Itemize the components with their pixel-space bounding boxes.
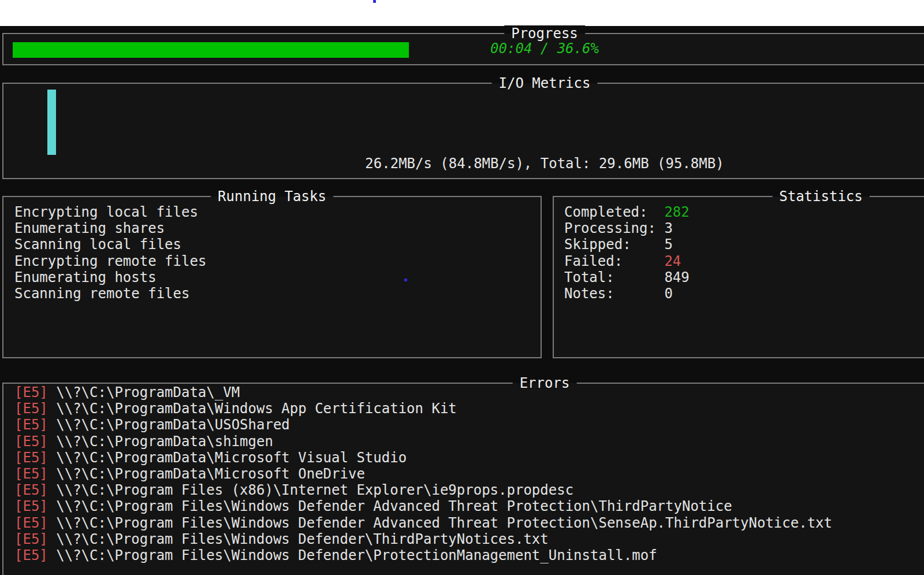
task-item: Scanning local files	[14, 236, 541, 253]
error-path: \\?\C:\ProgramData\Windows App Certifica…	[56, 400, 457, 417]
panel-io-metrics-title: I/O Metrics	[492, 75, 598, 91]
task-list: Encrypting local files Enumerating share…	[3, 197, 541, 302]
task-item: Enumerating hosts	[14, 269, 541, 285]
stat-row: Total:849	[564, 269, 924, 285]
panel-errors: Errors [E5]\\?\C:\ProgramData\_VM [E5]\\…	[2, 383, 924, 575]
panel-running-tasks: Running Tasks Encrypting local files Enu…	[2, 196, 542, 358]
panel-progress: Progress 00:04 / 36.6%	[2, 33, 924, 65]
error-code: [E5]	[14, 547, 48, 563]
panel-progress-title: Progress	[504, 25, 585, 42]
stat-row: Notes:0	[564, 285, 924, 302]
stat-value: 3	[664, 220, 672, 236]
error-line: [E5]\\?\C:\ProgramData\_VM	[14, 384, 924, 400]
panel-running-tasks-title: Running Tasks	[211, 188, 333, 205]
error-path: \\?\C:\Program Files\Windows Defender\Th…	[56, 531, 549, 547]
top-white-strip	[0, 0, 924, 26]
error-code: [E5]	[14, 433, 48, 450]
error-code: [E5]	[14, 466, 48, 482]
error-code: [E5]	[14, 482, 48, 498]
cursor-dot-top	[373, 0, 376, 3]
io-summary-text: 26.2MB/s (84.8MB/s), Total: 29.6MB (95.8…	[3, 155, 924, 172]
error-code: [E5]	[14, 417, 48, 433]
stat-row: Processing:3	[564, 220, 924, 236]
stat-label: Completed:	[564, 204, 664, 220]
stat-label: Notes:	[564, 285, 664, 302]
panel-statistics-title: Statistics	[772, 188, 870, 205]
error-line: [E5]\\?\C:\Program Files\Windows Defende…	[14, 498, 924, 514]
error-line: [E5]\\?\C:\ProgramData\Windows App Certi…	[14, 400, 924, 417]
error-path: \\?\C:\Program Files\Windows Defender Ad…	[56, 498, 732, 514]
error-line: [E5]\\?\C:\Program Files (x86)\Internet …	[14, 482, 924, 498]
error-code: [E5]	[14, 384, 48, 400]
stat-value: 0	[664, 285, 672, 302]
panel-io-metrics: I/O Metrics 26.2MB/s (84.8MB/s), Total: …	[2, 83, 924, 179]
task-item: Enumerating shares	[14, 220, 541, 236]
stat-value: 849	[664, 269, 689, 285]
panel-errors-title: Errors	[513, 375, 577, 391]
error-path: \\?\C:\ProgramData\shimgen	[56, 433, 273, 450]
stat-value: 5	[664, 236, 672, 253]
stat-label: Processing:	[564, 220, 664, 236]
error-code: [E5]	[14, 400, 48, 417]
terminal-window: Progress 00:04 / 36.6% I/O Metrics 26.2M…	[0, 26, 924, 575]
error-code: [E5]	[14, 531, 48, 547]
error-path: \\?\C:\Program Files (x86)\Internet Expl…	[56, 482, 573, 498]
error-list: [E5]\\?\C:\ProgramData\_VM [E5]\\?\C:\Pr…	[3, 384, 924, 563]
stat-row: Failed:24	[564, 253, 924, 269]
error-line: [E5]\\?\C:\Program Files\Windows Defende…	[14, 531, 924, 547]
task-item: Scanning remote files	[14, 285, 541, 302]
error-line: [E5]\\?\C:\ProgramData\Microsoft OneDriv…	[14, 466, 924, 482]
error-path: \\?\C:\ProgramData\USOShared	[56, 417, 290, 433]
error-path: \\?\C:\Program Files\Windows Defender\Pr…	[56, 547, 657, 563]
progress-status-text: 00:04 / 36.6%	[3, 40, 924, 57]
error-line: [E5]\\?\C:\Program Files\Windows Defende…	[14, 547, 924, 563]
stat-label: Failed:	[564, 253, 664, 269]
error-path: \\?\C:\Program Files\Windows Defender Ad…	[56, 515, 832, 531]
panel-statistics: Statistics Completed:282 Processing:3 Sk…	[553, 196, 924, 358]
error-path: \\?\C:\ProgramData\Microsoft OneDrive	[56, 466, 365, 482]
error-code: [E5]	[14, 515, 48, 531]
error-path: \\?\C:\ProgramData\_VM	[56, 384, 240, 400]
error-code: [E5]	[14, 450, 48, 466]
error-code: [E5]	[14, 498, 48, 514]
error-line: [E5]\\?\C:\Program Files\Windows Defende…	[14, 515, 924, 531]
stat-value: 282	[664, 204, 689, 220]
stat-value: 24	[664, 253, 681, 269]
stat-row: Completed:282	[564, 204, 924, 220]
error-path: \\?\C:\ProgramData\Microsoft Visual Stud…	[56, 450, 407, 466]
io-throughput-bar	[47, 90, 56, 155]
stat-label: Skipped:	[564, 236, 664, 253]
error-line: [E5]\\?\C:\ProgramData\shimgen	[14, 433, 924, 450]
task-item: Encrypting local files	[14, 204, 541, 220]
stat-row: Skipped:5	[564, 236, 924, 253]
error-line: [E5]\\?\C:\ProgramData\USOShared	[14, 417, 924, 433]
stat-label: Total:	[564, 269, 664, 285]
task-item: Encrypting remote files	[14, 253, 541, 269]
error-line: [E5]\\?\C:\ProgramData\Microsoft Visual …	[14, 450, 924, 466]
stat-list: Completed:282 Processing:3 Skipped:5 Fai…	[554, 197, 924, 302]
cursor-dot-mid	[404, 279, 407, 281]
